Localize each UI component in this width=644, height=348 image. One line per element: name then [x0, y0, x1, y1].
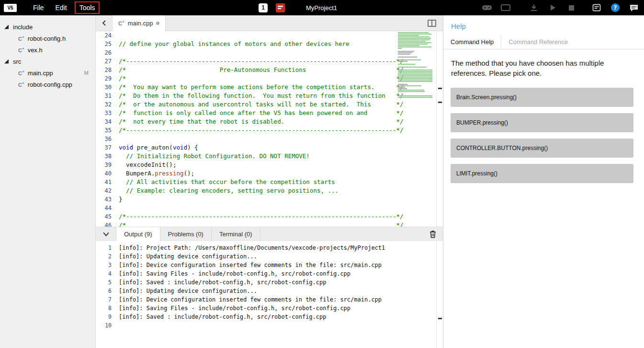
code-lines: 2425// define your global instances of m… [96, 31, 436, 227]
file-name: robot-config.h [28, 35, 66, 42]
code-text[interactable]: // Initializing Robot Configuration. DO … [119, 152, 310, 161]
code-text[interactable]: // define your global instances of motor… [119, 40, 350, 48]
code-line: 24 [96, 31, 436, 40]
code-text[interactable]: /* */ [119, 74, 404, 83]
code-line: 38 // Initializing Robot Configuration. … [96, 152, 436, 161]
minimap-row [398, 77, 432, 78]
line-number: 25 [96, 40, 115, 48]
help-panel: Help Command HelpCommand Reference The m… [443, 15, 644, 348]
code-line: 44 [96, 204, 436, 212]
sidebar-file-vex-h[interactable]: C+vex.h [0, 44, 95, 56]
tab-problems-0[interactable]: Problems (0) [160, 227, 212, 242]
sidebar-folder-src[interactable]: src [0, 56, 95, 67]
editor-overview-ruler[interactable] [436, 31, 443, 227]
line-number: 31 [96, 92, 115, 100]
tab-output-9[interactable]: Output (9) [116, 227, 160, 242]
code-line: 26 [96, 48, 436, 57]
top-menubar: V5 FileEditTools 1 MyProject1 ? [0, 0, 644, 15]
sidebar-folder-include[interactable]: include [0, 21, 95, 33]
brain-screen-icon[interactable] [500, 3, 511, 12]
help-icon[interactable]: ? [610, 3, 621, 12]
code-token: /*--------------------------------------… [119, 58, 404, 65]
minimap-row [398, 57, 417, 58]
back-icon[interactable] [100, 18, 109, 28]
cpp-file-icon: C+ [18, 81, 24, 88]
code-text[interactable]: /* Pre-Autonomous Functions */ [119, 66, 404, 74]
code-token: (); [183, 170, 194, 177]
code-line: 37void pre_auton(void) { [96, 143, 436, 152]
code-text[interactable]: /* or the autonomous and usercontrol tas… [119, 100, 404, 109]
code-text[interactable]: /* Do them in the following function. Yo… [119, 92, 404, 100]
tab-main-cpp[interactable]: C+ main.cpp [112, 15, 166, 31]
output-line-number: 1 [96, 244, 115, 252]
code-text[interactable]: // Example: clearing encoders, setting s… [119, 186, 339, 195]
line-number: 28 [96, 66, 115, 74]
code-text[interactable]: BumperA.pressing(); [119, 169, 194, 178]
svg-text:?: ? [614, 4, 617, 11]
cpp-file-icon: C+ [118, 20, 124, 26]
minimap-row [398, 64, 415, 65]
code-text[interactable]: vexcodeInit(); [119, 161, 176, 169]
line-number: 32 [96, 100, 115, 109]
line-number: 44 [96, 204, 115, 212]
output-console[interactable]: 1[info]: Project Path: /Users/maxoffline… [96, 241, 436, 348]
minimap-row [398, 91, 425, 92]
tab-terminal-0[interactable]: Terminal (0) [212, 227, 260, 242]
clear-output-trash-icon[interactable] [428, 229, 438, 240]
line-number: 30 [96, 83, 115, 92]
stop-icon[interactable] [566, 3, 576, 12]
code-text[interactable]: /* You may want to perform some actions … [119, 83, 404, 92]
help-option-controller-button-pressing[interactable]: CONTROLLER.BUTTON.pressing() [451, 139, 633, 158]
code-token: /* You may want to perform some actions … [119, 83, 404, 91]
minimap-row [398, 74, 432, 75]
controller-icon[interactable] [482, 3, 492, 12]
brain-status-icon[interactable] [275, 3, 285, 12]
sidebar-file-main-cpp[interactable]: C+main.cppM [0, 67, 95, 79]
minimap-row [398, 87, 405, 88]
code-token: ) { [187, 144, 198, 151]
output-line-number: 8 [96, 304, 115, 313]
help-option-brain-screen-pressing[interactable]: Brain.Screen.pressing() [451, 88, 633, 107]
split-editor-icon[interactable] [427, 18, 437, 28]
topbar-right-icons: ? [482, 0, 639, 15]
help-option-bumper-pressing[interactable]: BUMPER.pressing() [451, 113, 633, 132]
cpp-file-icon: C+ [18, 70, 24, 76]
download-icon[interactable] [529, 3, 539, 12]
output-scrollbar[interactable] [436, 241, 443, 348]
help-tab-command-reference[interactable]: Command Reference [501, 35, 575, 49]
sidebar-file-robot-config-h[interactable]: C+robot-config.h [0, 33, 95, 44]
play-icon[interactable] [547, 3, 558, 12]
code-line: 42 // Example: clearing encoders, settin… [96, 186, 436, 195]
code-text[interactable]: // All activities that occur before the … [119, 178, 335, 186]
slot-icon[interactable]: 1 [259, 3, 268, 12]
output-line-number: 6 [96, 287, 115, 295]
project-title: MyProject1 [306, 4, 337, 12]
help-option-limit-pressing[interactable]: LIMIT.pressing() [451, 164, 633, 183]
sidebar-file-robot-config-cpp[interactable]: C+robot-config.cpp [0, 79, 95, 90]
code-text[interactable]: /* not every time that the robot is disa… [119, 117, 404, 126]
minimap[interactable] [398, 32, 434, 98]
minimap-row [398, 95, 432, 96]
code-text[interactable]: void pre_auton(void) { [119, 143, 198, 152]
device-info-icon[interactable] [591, 3, 602, 12]
menu-file[interactable]: File [32, 2, 45, 13]
output-line-number: 10 [96, 321, 115, 330]
feedback-icon[interactable] [629, 3, 639, 12]
line-number: 34 [96, 117, 115, 126]
collapse-panel-icon[interactable] [101, 229, 111, 240]
menu-edit[interactable]: Edit [55, 2, 68, 13]
menu-tools[interactable]: Tools [75, 1, 100, 14]
code-text[interactable]: /* */ [119, 221, 404, 227]
code-editor[interactable]: 2425// define your global instances of m… [96, 31, 436, 227]
code-text[interactable]: /*--------------------------------------… [119, 212, 404, 221]
code-text[interactable]: /* function is only called once after th… [119, 109, 404, 117]
help-tab-command-help[interactable]: Command Help [443, 35, 501, 49]
folder-expanded-icon [4, 25, 9, 29]
vex-logo: V5 [4, 4, 17, 12]
output-line-number: 7 [96, 295, 115, 304]
help-panel-title: Help [451, 22, 644, 30]
code-text[interactable]: /*--------------------------------------… [119, 126, 404, 135]
code-text[interactable]: /*--------------------------------------… [119, 57, 404, 66]
code-text[interactable]: } [119, 195, 123, 204]
output-line: 7[info]: Device configuration inserted f… [96, 295, 436, 304]
